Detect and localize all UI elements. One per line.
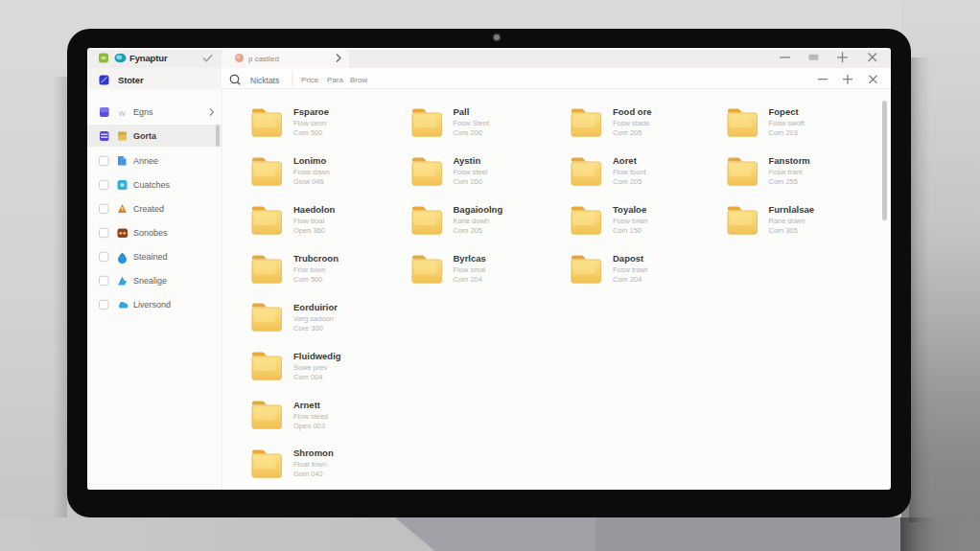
- svg-text:W: W: [119, 109, 127, 118]
